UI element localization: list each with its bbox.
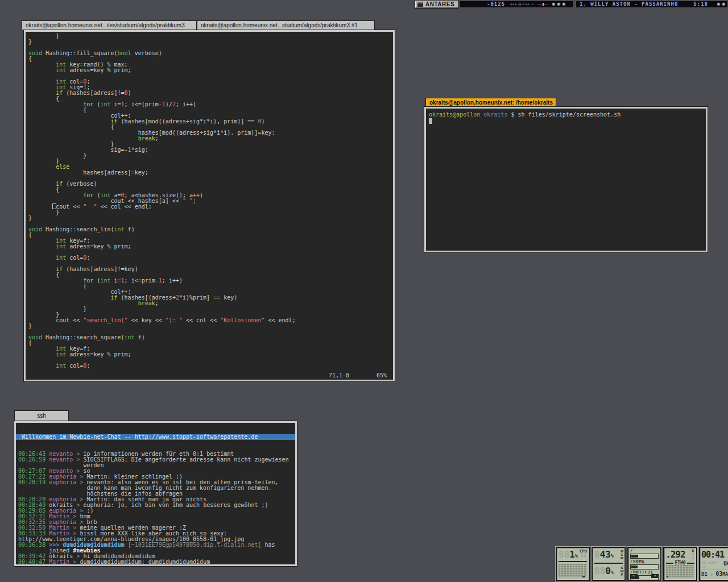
swap-digits: 880% <box>594 566 614 576</box>
net-label-dash-left <box>666 563 673 564</box>
titlebar-button[interactable] <box>562 2 566 6</box>
net-graph-blip <box>667 576 668 577</box>
window-menu-icon <box>417 2 423 7</box>
net-rate-digits: .292 <box>665 549 685 560</box>
tab-vim-terminal-1[interactable]: okraits@apollon.homeunix.net...iles/stud… <box>22 20 197 30</box>
chat-message-line: 00:40:47 Martin > dumdidumdidumdidum: du… <box>16 559 295 564</box>
fsm-usage-bar <box>630 554 659 559</box>
clock-weekday: DI <box>701 571 708 577</box>
clock-seconds: 06 <box>723 560 728 567</box>
cpu-separator <box>559 561 587 562</box>
clock-time: 00:41 <box>701 550 724 560</box>
tab-ssh[interactable]: ssh <box>14 410 69 422</box>
prompt-directory: okraits <box>483 111 507 118</box>
clock-date-ghost: ▮ <box>710 571 713 577</box>
play-button[interactable]: ▶ <box>515 2 518 7</box>
now-playing-title: 1. WILLY ASTOR - PASSARINHO <box>580 1 693 7</box>
stop-button[interactable]: ■ <box>523 2 524 7</box>
volume-slider[interactable] <box>537 4 548 5</box>
player-shaded-window[interactable]: -0125 ◀◀▶▮▮■▶▶▲ <box>459 1 574 8</box>
net-unit-scale: KMG <box>691 549 695 559</box>
prev-button[interactable]: ◀◀ <box>510 2 514 7</box>
next-button[interactable]: ▶▶ <box>526 2 530 7</box>
dockapp-filesystem-monitor[interactable]: //HOME/MNT/FIL ← → <box>627 547 661 581</box>
shell-terminal-window: okraits@apollon okraits $ sh files/skrip… <box>424 107 708 252</box>
fsm-usage-bar <box>630 564 659 569</box>
player-transport-controls[interactable]: ◀◀▶▮▮■▶▶▲ <box>510 2 534 7</box>
track-time: 5:18 <box>693 1 708 7</box>
player-titlebar-buttons <box>552 2 566 6</box>
clock-date-row: DI ▮ 03MAI <box>701 568 728 578</box>
tab-shell-terminal[interactable]: okraits@apollon.homeunix.net: /home/okra… <box>425 98 556 107</box>
mem-label: MEM <box>620 550 624 560</box>
vim-cursor-position: 71,1-8 <box>329 373 349 379</box>
clock-am-indicator: AM <box>702 560 706 564</box>
fsm-scroll-left-arrow[interactable]: ← <box>630 574 638 578</box>
fsm-mount-label: / <box>630 549 659 553</box>
tab-vim-terminal-2[interactable]: okraits@apollon.homeunix.net...studium/a… <box>197 20 375 30</box>
titlebar-button[interactable] <box>557 2 561 6</box>
titlebar-button[interactable] <box>722 2 726 6</box>
mem-separator <box>594 563 623 564</box>
swap-label: SWP <box>620 566 624 576</box>
net-history-graph <box>666 565 694 577</box>
cpu-history-graph <box>559 564 587 577</box>
cpu-graph-blip <box>582 576 585 577</box>
eject-button[interactable]: ▲ <box>531 2 534 7</box>
fsm-mount-label: /HOME <box>630 560 659 564</box>
vim-terminal-window: } } void Hashing::fill_square(bool verbo… <box>24 30 395 381</box>
titlebar-button[interactable] <box>552 2 556 6</box>
irssi-message-log: 00:26:43 nevanto > ip informationen werd… <box>16 451 295 564</box>
dockapp-network-monitor[interactable]: .292 KMG ETH0 <box>663 547 697 581</box>
dockapp-memory-monitor[interactable]: 843% MEM 880% SWP <box>592 547 626 581</box>
prompt-user-host: okraits@apollon <box>429 111 480 118</box>
cpu-label: CPU <box>580 549 587 554</box>
fsm-usage-fill <box>631 555 638 558</box>
desktop: ANTARES -0125 ◀◀▶▮▮■▶▶▲ 1. WILLY ASTOR -… <box>0 0 728 582</box>
irssi-chat-area[interactable]: Willkommen im Newbie-net-Chat -- http://… <box>16 423 295 564</box>
pause-button[interactable]: ▮▮ <box>519 2 522 7</box>
clock-month: MAI <box>722 572 728 577</box>
fsm-scroll-right-arrow[interactable]: → <box>651 574 659 578</box>
top-bar: ANTARES -0125 ◀◀▶▮▮■▶▶▲ 1. WILLY ASTOR -… <box>415 1 728 8</box>
typed-command: sh files/skripte/screenshot.sh <box>518 111 621 118</box>
prompt-symbol: $ <box>508 111 518 118</box>
cpu-ghost-digits: 88 <box>581 554 586 559</box>
vim-scroll-percent: 65% <box>377 373 387 379</box>
net-unit-G: G <box>691 556 695 559</box>
irssi-topic-bar: Willkommen im Newbie-net-Chat -- http://… <box>16 434 295 440</box>
clock-am-alarm-indicators: AM ALRM <box>702 560 716 564</box>
fsm-usage-fill <box>631 566 638 568</box>
dockapp-cpu-monitor[interactable]: 881% CPU 88 <box>556 547 590 581</box>
shell-prompt-area[interactable]: okraits@apollon okraits $ sh files/skrip… <box>429 111 621 124</box>
volume-slider-knob[interactable] <box>543 3 544 6</box>
player-time-display[interactable]: -0125 <box>487 1 505 7</box>
cpu-digits: 881% <box>559 549 578 560</box>
titlebar-button[interactable] <box>717 2 721 6</box>
iconbar-window-antares[interactable]: ANTARES <box>415 1 458 8</box>
vim-ruler: 71,1-8 65% <box>26 373 393 379</box>
playlist-titlebar-buttons <box>717 2 726 6</box>
iconbar-window-label: ANTARES <box>425 1 454 7</box>
shell-cursor <box>429 118 432 124</box>
clock-date: 03 <box>715 571 722 577</box>
dockapp-clock[interactable]: 88:88 00:41 AM ALRM PM 06 DI ▮ 03MAI <box>699 547 728 581</box>
playlist-shaded-window[interactable]: 1. WILLY ASTOR - PASSARINHO 5:18 <box>576 1 728 8</box>
irc-terminal-window: Willkommen im Newbie-net-Chat -- http://… <box>14 421 297 566</box>
mem-digits: 843% <box>594 549 614 560</box>
vim-code-editor[interactable]: } } void Hashing::fill_square(bool verbo… <box>28 34 392 372</box>
net-label-dash-right <box>687 563 694 564</box>
clock-alarm-indicator: ALRM <box>708 560 716 564</box>
